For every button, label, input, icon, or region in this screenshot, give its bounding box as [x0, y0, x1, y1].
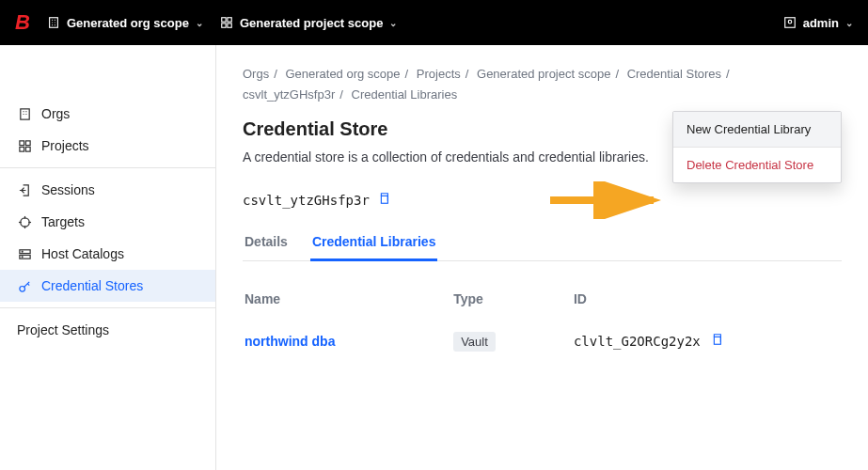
sidebar-item-label: Credential Stores	[41, 278, 143, 293]
tab-details[interactable]: Details	[243, 225, 290, 261]
tab-credential-libraries[interactable]: Credential Libraries	[310, 225, 438, 261]
dropdown-item-delete-store[interactable]: Delete Credential Store	[673, 147, 841, 182]
sidebar-item-label: Sessions	[41, 182, 95, 197]
svg-rect-19	[25, 140, 30, 145]
sidebar: Orgs Projects Sessions Targets Host Cata…	[0, 45, 216, 470]
breadcrumb-link[interactable]: Generated org scope	[285, 67, 400, 81]
sidebar-item-projects[interactable]: Projects	[0, 130, 215, 162]
breadcrumb: Orgs/ Generated org scope/ Projects/ Gen…	[243, 64, 842, 105]
sidebar-item-credential-stores[interactable]: Credential Stores	[0, 270, 215, 302]
svg-point-29	[22, 251, 23, 252]
chevron-down-icon: ⌄	[845, 18, 853, 28]
svg-point-22	[20, 217, 28, 226]
svg-point-12	[788, 20, 792, 24]
library-id-value: clvlt_G2ORCg2y2x	[574, 334, 701, 349]
target-icon	[17, 215, 32, 229]
copy-icon[interactable]	[710, 334, 723, 349]
sidebar-item-targets[interactable]: Targets	[0, 206, 215, 238]
breadcrumb-link[interactable]: Credential Stores	[627, 67, 721, 81]
org-scope-selector[interactable]: Generated org scope ⌄	[47, 16, 203, 30]
grid-icon	[17, 139, 32, 153]
store-id-value: csvlt_ytzGHsfp3r	[243, 193, 370, 208]
library-name-link[interactable]: northwind dba	[245, 334, 335, 349]
sidebar-item-orgs[interactable]: Orgs	[0, 98, 215, 130]
svg-rect-27	[19, 249, 29, 253]
project-scope-selector[interactable]: Generated project scope ⌄	[220, 16, 397, 30]
project-scope-label: Generated project scope	[240, 16, 383, 30]
sidebar-item-label: Project Settings	[17, 322, 109, 337]
svg-rect-10	[228, 24, 231, 27]
user-menu[interactable]: admin ⌄	[783, 16, 853, 30]
user-icon	[783, 16, 797, 29]
sidebar-item-host-catalogs[interactable]: Host Catalogs	[0, 238, 215, 270]
svg-rect-32	[381, 196, 387, 204]
svg-rect-28	[19, 255, 29, 258]
exit-icon	[17, 183, 32, 197]
svg-rect-8	[228, 18, 231, 22]
dropdown-item-new-library[interactable]: New Credential Library	[673, 112, 841, 147]
sidebar-item-label: Host Catalogs	[41, 246, 124, 261]
svg-rect-33	[714, 337, 720, 345]
breadcrumb-link[interactable]: Generated project scope	[477, 67, 610, 81]
manage-dropdown: New Credential Library Delete Credential…	[672, 111, 842, 183]
topbar: B Generated org scope ⌄ Generated projec…	[0, 0, 868, 45]
sidebar-item-project-settings[interactable]: Project Settings	[0, 314, 215, 346]
type-badge: Vault	[453, 332, 496, 352]
grid-icon	[220, 16, 233, 29]
sidebar-item-label: Orgs	[41, 106, 70, 121]
column-header-type: Type	[453, 284, 572, 314]
chevron-down-icon: ⌄	[389, 18, 397, 28]
copy-icon[interactable]	[377, 192, 390, 208]
svg-rect-7	[222, 18, 226, 22]
svg-rect-13	[20, 108, 28, 118]
sidebar-item-label: Targets	[41, 214, 85, 229]
server-icon	[17, 247, 32, 261]
breadcrumb-current: Credential Libraries	[352, 87, 458, 102]
svg-point-30	[22, 256, 23, 257]
breadcrumb-link[interactable]: Projects	[417, 67, 461, 81]
main-content: Orgs/ Generated org scope/ Projects/ Gen…	[216, 45, 868, 470]
annotation-arrow	[545, 181, 668, 219]
building-icon	[47, 16, 60, 29]
user-label: admin	[803, 16, 839, 30]
logo: B	[15, 10, 30, 35]
org-scope-label: Generated org scope	[67, 16, 189, 30]
svg-rect-11	[784, 18, 795, 28]
page-description: A credential store is a collection of cr…	[243, 148, 649, 167]
svg-rect-9	[222, 24, 226, 27]
column-header-id: ID	[574, 284, 840, 314]
sidebar-item-label: Projects	[41, 138, 89, 153]
key-icon	[17, 279, 32, 293]
table-row: northwind dba Vault clvlt_G2ORCg2y2x	[245, 316, 840, 356]
libraries-table: Name Type ID northwind dba Vault clvlt_G…	[243, 282, 842, 358]
svg-rect-21	[25, 147, 30, 151]
chevron-down-icon: ⌄	[196, 18, 203, 28]
tabs: Details Credential Libraries	[243, 225, 842, 261]
svg-rect-20	[19, 147, 24, 151]
breadcrumb-link[interactable]: Orgs	[243, 67, 269, 81]
svg-rect-18	[19, 140, 24, 145]
breadcrumb-link[interactable]: csvlt_ytzGHsfp3r	[243, 87, 335, 102]
building-icon	[17, 107, 32, 121]
svg-rect-0	[50, 18, 58, 28]
sidebar-item-sessions[interactable]: Sessions	[0, 174, 215, 206]
column-header-name: Name	[245, 284, 451, 314]
